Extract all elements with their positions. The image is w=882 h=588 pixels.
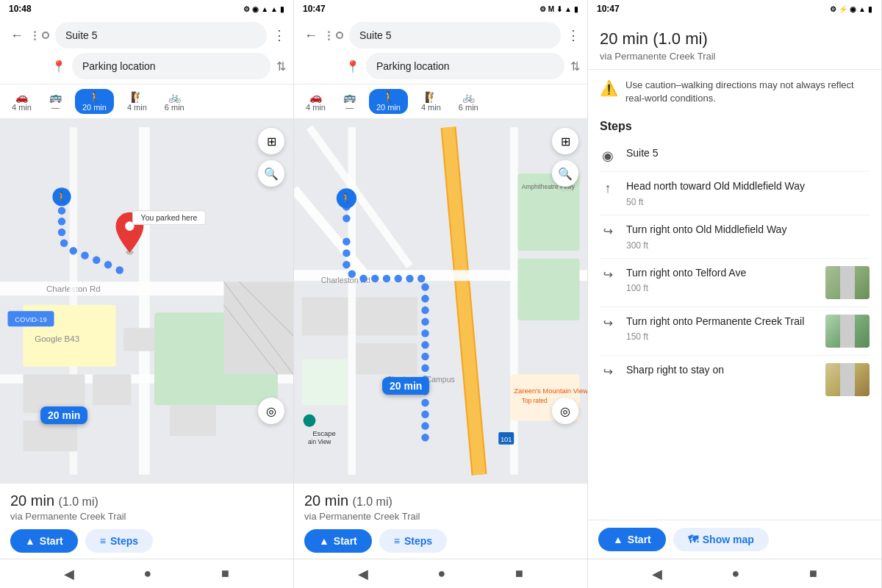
- svg-text:🚶: 🚶: [56, 191, 68, 203]
- recents-nav-1[interactable]: ■: [221, 566, 229, 581]
- step-icon-0: ◉: [600, 148, 616, 164]
- steps-button-1[interactable]: ≡ Steps: [85, 529, 153, 553]
- svg-point-18: [116, 266, 124, 274]
- back-nav-1[interactable]: ◀: [64, 566, 74, 582]
- more-menu-2[interactable]: ⋮: [567, 27, 580, 43]
- to-input-1[interactable]: [72, 53, 270, 79]
- status-bar-1: 10:48 ⚙ ◉ ▲ ▲ ▮: [0, 0, 293, 18]
- time-3: 10:47: [597, 4, 620, 14]
- bottom-title-2: 20 min (1.0 mi): [304, 492, 577, 509]
- start-button-1[interactable]: ▲ Start: [10, 529, 78, 553]
- map-area-2: Charleston Rd Amphitheatre Pkwy Charlest…: [294, 119, 587, 483]
- transit-label-1: —: [51, 103, 60, 112]
- time-1: 10:48: [9, 4, 32, 14]
- back-nav-2[interactable]: ◀: [358, 566, 368, 582]
- origin-dot-1: [42, 32, 49, 39]
- location-icon-1: ◉: [252, 5, 259, 13]
- home-nav-2[interactable]: ●: [438, 566, 446, 581]
- step-icon-2: ↩: [600, 224, 616, 238]
- start-button-2[interactable]: ▲ Start: [304, 529, 372, 553]
- map-badge-1: 20 min: [40, 406, 87, 424]
- svg-point-56: [343, 237, 351, 245]
- home-nav-1[interactable]: ●: [144, 566, 152, 581]
- more-menu-1[interactable]: ⋮: [273, 27, 286, 43]
- tab-hike-2[interactable]: 🧗 4 min: [417, 90, 445, 113]
- tab-bike-2[interactable]: 🚲 6 min: [454, 90, 483, 113]
- car-label-2: 4 min: [306, 103, 326, 112]
- svg-text:ain View: ain View: [308, 438, 331, 445]
- map-controls-3: ◎: [258, 398, 284, 424]
- svg-point-79: [421, 434, 429, 442]
- show-map-button[interactable]: 🗺 Show map: [673, 528, 769, 551]
- swap-button-1[interactable]: ⇅: [276, 60, 286, 74]
- tab-walk-1[interactable]: 🚶 20 min: [75, 89, 114, 114]
- back-button-1[interactable]: ←: [7, 26, 26, 45]
- transit-label-2: —: [345, 103, 354, 112]
- tab-car-1[interactable]: 🚗 4 min: [7, 90, 36, 113]
- steps-button-2[interactable]: ≡ Steps: [379, 529, 447, 553]
- tab-walk-2[interactable]: 🚶 20 min: [369, 89, 408, 114]
- map-area-1: Charleston Rd Google B43: [0, 119, 293, 483]
- svg-rect-47: [302, 359, 348, 405]
- bottom-actions-1: ▲ Start ≡ Steps: [10, 529, 283, 553]
- car-icon-2: 🚗: [309, 91, 322, 103]
- transit-icon-1: 🚌: [49, 91, 62, 103]
- svg-point-62: [383, 275, 391, 283]
- search-row-from-2: ← ⋮: [301, 22, 580, 49]
- to-input-2[interactable]: [366, 53, 564, 79]
- transport-tabs-2: 🚗 4 min 🚌 — 🚶 20 min 🧗 4 min 🚲 6 min: [294, 85, 587, 119]
- bike-icon-2: 🚲: [462, 91, 475, 103]
- zoom-button-2[interactable]: 🔍: [552, 160, 578, 187]
- svg-rect-11: [93, 374, 132, 405]
- recents-nav-3[interactable]: ■: [809, 566, 817, 581]
- home-nav-3[interactable]: ●: [732, 566, 740, 581]
- bottom-parens-2: (1.0 mi): [353, 495, 392, 508]
- warning-icon: ⚠️: [600, 79, 618, 97]
- layers-button-2[interactable]: ⊞: [552, 128, 578, 154]
- step-item-2: ↩ Turn right onto Old Middlefield Way 30…: [600, 215, 870, 259]
- tab-bike-1[interactable]: 🚲 6 min: [160, 90, 189, 113]
- tab-hike-1[interactable]: 🧗 4 min: [123, 90, 151, 113]
- bottom-subtitle-1: via Permanente Creek Trail: [10, 511, 283, 522]
- start-button-3[interactable]: ▲ Start: [598, 528, 666, 551]
- hike-label-2: 4 min: [421, 103, 441, 112]
- back-nav-3[interactable]: ◀: [652, 566, 662, 582]
- steps-via: via Permanente Creek Trail: [600, 51, 870, 62]
- panel-3: 10:47 ⚙ ⚡ ◉ ▲ ▮ 20 min (1.0 mi) via Perm…: [588, 0, 882, 588]
- recents-nav-2[interactable]: ■: [515, 566, 523, 581]
- tab-transit-2[interactable]: 🚌 —: [339, 90, 360, 113]
- from-input-1[interactable]: [55, 22, 267, 49]
- steps-scrollable[interactable]: ⚠️ Use caution–walking directions may no…: [588, 70, 881, 520]
- bottom-title-1: 20 min (1.0 mi): [10, 492, 283, 509]
- transit-icon-2: 🚌: [343, 91, 356, 103]
- step-content-0: Suite 5: [626, 146, 870, 161]
- hike-icon-2: 🧗: [425, 91, 437, 103]
- hike-icon-1: 🧗: [131, 91, 143, 103]
- status-icons-2: ⚙ M ⬇ ▲ ▮: [539, 5, 578, 13]
- wifi-icon-1: ▲: [270, 5, 278, 13]
- zoom-button-1[interactable]: 🔍: [258, 160, 284, 187]
- location-button-1[interactable]: ◎: [258, 398, 284, 424]
- cast-icon-2: ⬇: [556, 5, 562, 13]
- panel-1: 10:48 ⚙ ◉ ▲ ▲ ▮ ← ⋮ 📍 ⇅ 🚗: [0, 0, 294, 588]
- from-input-2[interactable]: [349, 22, 561, 49]
- back-button-2[interactable]: ←: [301, 26, 320, 45]
- bottom-parens-1: (1.0 mi): [59, 495, 98, 508]
- swap-button-2[interactable]: ⇅: [570, 60, 580, 74]
- transport-tabs-1: 🚗 4 min 🚌 — 🚶 20 min 🧗 4 min 🚲 6 min: [0, 85, 293, 119]
- layers-button-1[interactable]: ⊞: [258, 128, 284, 154]
- location-button-2[interactable]: ◎: [552, 398, 578, 424]
- bike-icon-1: 🚲: [168, 91, 181, 103]
- battery-icon-3: ▮: [868, 5, 872, 13]
- status-bar-2: 10:47 ⚙ M ⬇ ▲ ▮: [294, 0, 587, 18]
- svg-point-23: [60, 240, 68, 248]
- svg-text:You parked here: You parked here: [141, 213, 198, 222]
- steps-section-label: Steps: [600, 120, 870, 133]
- dest-pin-2: 📍: [345, 60, 360, 74]
- bottom-info-1: 20 min (1.0 mi) via Permanente Creek Tra…: [0, 483, 293, 559]
- tab-transit-1[interactable]: 🚌 —: [45, 90, 66, 113]
- step-item-0: ◉ Suite 5: [600, 139, 870, 172]
- tab-car-2[interactable]: 🚗 4 min: [301, 90, 330, 113]
- svg-point-65: [417, 275, 426, 283]
- settings-icon-3: ⚙: [830, 5, 836, 13]
